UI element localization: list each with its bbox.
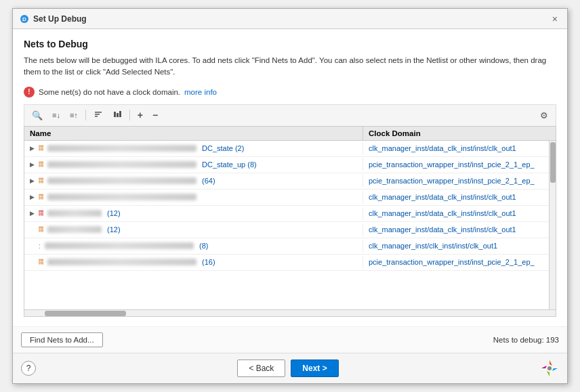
cell-clock: clk_manager_inst/clk_inst/inst/clk_out1 <box>363 240 549 252</box>
col-clock-header: Clock Domain <box>363 127 556 140</box>
expand-arrow[interactable]: ▶ <box>30 145 35 152</box>
h-scrollbar-thumb[interactable] <box>45 311 126 316</box>
more-info-link[interactable]: more info <box>184 88 217 96</box>
find-nets-button[interactable]: Find Nets to Add... <box>21 332 103 347</box>
table-row[interactable]: ▶ 𝄜 (64) pcie_transaction_wrapper_inst/i… <box>24 173 549 190</box>
nav-buttons: < Back Next > <box>237 360 338 377</box>
setup-debug-dialog: D Set Up Debug × Nets to Debug The nets … <box>12 8 568 384</box>
cell-name: ▶ : (8) <box>24 240 363 252</box>
net-icon: 𝄜 <box>39 144 43 153</box>
settings-icon: ⚙ <box>540 110 548 121</box>
table-header: Name Clock Domain <box>24 127 556 141</box>
nets-table: Name Clock Domain ▶ 𝄜 DC_state (2) clk_m… <box>24 126 556 318</box>
count-badge: (16) <box>202 258 215 266</box>
net-icon: 𝄜 <box>39 258 43 267</box>
svg-rect-6 <box>117 113 119 117</box>
scrollbar-thumb[interactable] <box>550 142 556 183</box>
table-row[interactable]: ▶ 𝄜 (12) clk_manager_inst/data_clk_inst/… <box>24 222 549 238</box>
cell-name: ▶ 𝄜 (16) <box>24 256 363 269</box>
net-icon: 𝄜 <box>39 225 43 234</box>
cell-clock: clk_manager_inst/data_clk_inst/inst/clk_… <box>363 207 549 219</box>
xilinx-logo <box>540 359 559 378</box>
blurred-name <box>47 226 102 233</box>
add-button[interactable]: + <box>134 108 146 123</box>
blurred-name <box>47 161 196 168</box>
section-title: Nets to Debug <box>24 39 556 49</box>
sort-button-1[interactable] <box>90 108 106 123</box>
svg-rect-4 <box>95 116 98 117</box>
table-body[interactable]: ▶ 𝄜 DC_state (2) clk_manager_inst/data_c… <box>24 141 549 310</box>
net-icon: 𝄜 <box>39 160 43 169</box>
net-icon: : <box>39 242 41 250</box>
table-row[interactable]: ▶ 𝄜 (16) pcie_transaction_wrapper_inst/i… <box>24 255 549 271</box>
collapse-icon: ≡↓ <box>52 111 60 119</box>
expand-arrow[interactable]: ▶ <box>30 177 35 184</box>
remove-icon: − <box>152 110 158 121</box>
count-badge: DC_state_up (8) <box>202 160 257 169</box>
back-button[interactable]: < Back <box>237 360 285 377</box>
table-row[interactable]: ▶ 𝄜 clk_manager_inst/data_clk_inst/inst/… <box>24 190 549 206</box>
blurred-name <box>47 210 102 217</box>
cell-name: ▶ 𝄜 <box>24 191 363 204</box>
expand-icon: ≡↑ <box>70 111 78 119</box>
cell-clock: clk_manager_inst/data_clk_inst/inst/clk_… <box>363 223 549 236</box>
blurred-name <box>47 194 196 200</box>
blurred-name <box>47 177 196 184</box>
dialog-footer: ? < Back Next > <box>13 353 567 383</box>
table-row[interactable]: ▶ 𝄜 DC_state (2) clk_manager_inst/data_c… <box>24 141 549 157</box>
expand-all-button[interactable]: ≡↑ <box>66 109 81 121</box>
horizontal-scrollbar[interactable] <box>24 309 556 316</box>
svg-text:D: D <box>22 16 26 22</box>
next-button[interactable]: Next > <box>291 360 338 377</box>
svg-rect-5 <box>114 112 116 117</box>
svg-rect-2 <box>95 112 102 113</box>
warning-icon: ! <box>24 87 35 97</box>
remove-button[interactable]: − <box>149 108 161 123</box>
svg-rect-7 <box>119 111 121 117</box>
cell-clock: clk_manager_inst/data_clk_inst/inst/clk_… <box>363 142 549 154</box>
add-icon: + <box>138 110 143 121</box>
warning-text: Some net(s) do not have a clock domain. <box>39 88 180 96</box>
collapse-all-button[interactable]: ≡↓ <box>49 109 64 121</box>
vertical-scrollbar[interactable] <box>549 141 556 310</box>
settings-button[interactable]: ⚙ <box>537 108 552 123</box>
cell-clock: clk_manager_inst/data_clk_inst/inst/clk_… <box>363 191 549 203</box>
sort2-icon <box>112 110 122 121</box>
expand-arrow[interactable]: ▶ <box>30 194 35 200</box>
expand-arrow[interactable]: ▶ <box>30 161 35 168</box>
description-text: The nets below will be debugged with ILA… <box>24 55 556 79</box>
close-button[interactable]: × <box>550 13 560 25</box>
logo-area <box>540 359 559 378</box>
svg-rect-3 <box>95 114 100 115</box>
net-icon: 𝄜 <box>39 209 43 218</box>
title-bar-left: D Set Up Debug <box>20 14 87 24</box>
cell-clock: pcie_transaction_wrapper_inst/inst_pcie_… <box>363 158 549 171</box>
count-badge: (64) <box>202 177 215 185</box>
toolbar-separator-1 <box>85 110 86 121</box>
blurred-name <box>47 259 196 265</box>
help-button[interactable]: ? <box>21 361 36 376</box>
table-toolbar: 🔍 ≡↓ ≡↑ + − <box>24 104 556 126</box>
sort-button-2[interactable] <box>109 108 125 123</box>
dialog-icon: D <box>20 14 29 24</box>
sort1-icon <box>94 110 103 121</box>
find-nets-bar: Find Nets to Add... Nets to debug: 193 <box>13 326 567 353</box>
table-row[interactable]: ▶ 𝄜 DC_state_up (8) pcie_transaction_wra… <box>24 157 549 173</box>
blurred-name <box>45 242 194 249</box>
count-badge: (12) <box>107 225 121 234</box>
count-badge: DC_state (2) <box>202 144 244 152</box>
search-button[interactable]: 🔍 <box>28 108 46 123</box>
cell-clock: pcie_transaction_wrapper_inst/inst_pcie_… <box>363 256 549 268</box>
table-scroll-area: ▶ 𝄜 DC_state (2) clk_manager_inst/data_c… <box>24 141 556 310</box>
cell-name: ▶ 𝄜 DC_state (2) <box>24 142 363 155</box>
search-icon: 🔍 <box>32 110 43 121</box>
toolbar-separator-2 <box>129 110 130 121</box>
expand-arrow[interactable]: ▶ <box>30 210 35 217</box>
blurred-name <box>47 145 196 152</box>
dialog-title: Set Up Debug <box>33 14 87 24</box>
cell-name: ▶ 𝄜 (12) <box>24 223 363 236</box>
count-badge: (8) <box>199 242 208 250</box>
table-row[interactable]: ▶ : (8) clk_manager_inst/clk_inst/inst/c… <box>24 238 549 255</box>
table-row[interactable]: ▶ 𝄜 (12) clk_manager_inst/data_clk_inst/… <box>24 206 549 222</box>
warning-bar: ! Some net(s) do not have a clock domain… <box>24 87 556 97</box>
